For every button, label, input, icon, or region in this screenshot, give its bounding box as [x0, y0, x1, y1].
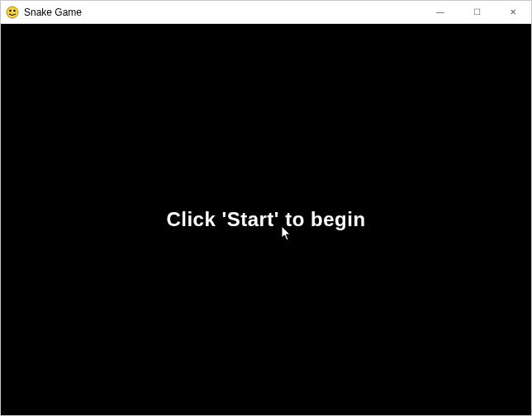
window-controls: — ☐ ✕: [422, 1, 531, 23]
titlebar[interactable]: Snake Game — ☐ ✕: [1, 1, 531, 24]
close-button[interactable]: ✕: [495, 1, 531, 23]
application-window: Snake Game — ☐ ✕ Click 'Start' to begin: [0, 0, 532, 416]
svg-point-1: [9, 9, 11, 11]
svg-point-0: [7, 7, 18, 18]
minimize-button[interactable]: —: [422, 1, 458, 23]
minimize-icon: —: [436, 7, 444, 17]
game-canvas[interactable]: Click 'Start' to begin: [1, 24, 531, 415]
start-prompt: Click 'Start' to begin: [166, 208, 365, 231]
window-title: Snake Game: [24, 7, 422, 18]
close-icon: ✕: [510, 7, 516, 17]
snake-icon: [6, 6, 19, 19]
maximize-icon: ☐: [473, 7, 481, 17]
maximize-button[interactable]: ☐: [458, 1, 495, 23]
svg-point-2: [13, 9, 15, 11]
